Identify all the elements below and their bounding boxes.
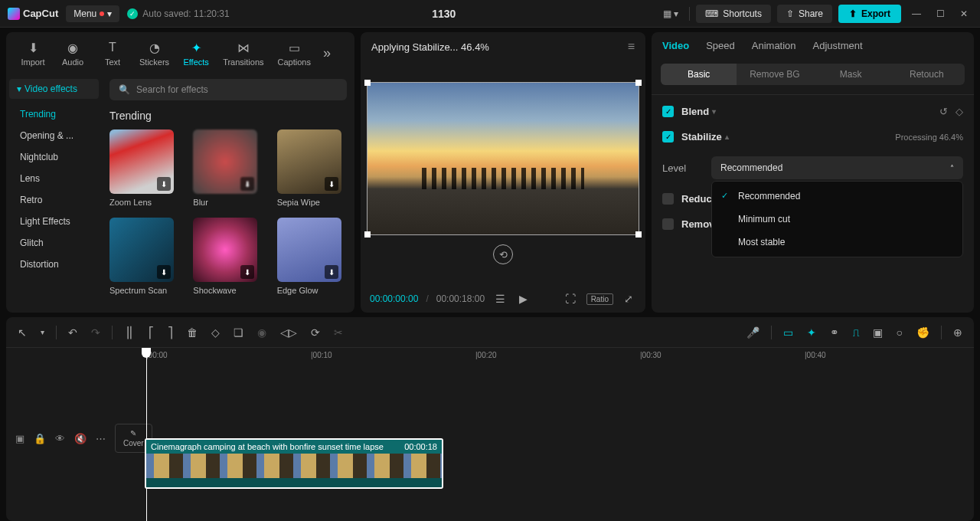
swap-view-icon[interactable]: ⟲ [493,244,513,264]
resize-handle-tr[interactable] [635,80,642,86]
shortcuts-button[interactable]: ⌨Shortcuts [696,5,771,23]
remove-checkbox[interactable] [662,218,674,230]
level-option-most-stable[interactable]: Most stable [712,231,962,254]
level-select[interactable]: Recommended ˄ ✓RecommendedMinimum cutMos… [711,156,963,179]
media-tab-import[interactable]: ⬇Import [14,37,52,70]
reduce-checkbox[interactable] [662,193,674,205]
inspector-subtab-mask[interactable]: Mask [813,64,889,85]
inspector-subtab-remove-bg[interactable]: Remove BG [737,64,812,85]
mirror-tool[interactable]: ◁▷ [278,324,299,341]
compare-icon[interactable]: ☰ [492,291,508,306]
track-menu-icon[interactable]: ▣ [15,433,24,444]
layout-button[interactable]: ▦ ▾ [658,5,683,22]
canvas-frame[interactable] [367,82,639,235]
chevron-down-icon: ▾ [107,8,112,19]
link-tool[interactable]: ⚭ [828,324,841,341]
category-retro[interactable]: Retro [9,189,99,211]
undo-button[interactable]: ↶ [66,324,80,341]
reset-icon[interactable]: ↺ [939,106,948,117]
inspector-subtab-retouch[interactable]: Retouch [889,64,965,85]
more-tabs-icon[interactable]: » [318,37,335,70]
video-clip[interactable]: Cinemagraph camping at beach with bonfir… [145,438,443,489]
audio-icon: ◉ [65,40,80,55]
snap-tool[interactable]: ✦ [805,324,818,341]
export-button[interactable]: ⬆Export [838,5,901,23]
category-trending[interactable]: Trending [9,103,99,125]
share-button[interactable]: ⇧Share [777,5,832,23]
inspector-tab-video[interactable]: Video [662,40,689,54]
tab-label: Captions [278,57,311,67]
crop-icon[interactable]: ⛶ [562,291,579,306]
fullscreen-icon[interactable]: ⤢ [621,291,636,306]
menu-button[interactable]: Menu ▾ [66,5,119,22]
inspector-subtab-basic[interactable]: Basic [661,64,737,85]
split-tool[interactable]: ⎥⎢ [122,324,137,341]
crop-tool[interactable]: ✂ [332,324,345,341]
effects-search-input[interactable]: 🔍Search for effects [109,79,347,100]
tool-dropdown-icon[interactable]: ▾ [38,326,47,339]
hand-tool[interactable]: ✊ [914,324,932,341]
search-icon: 🔍 [119,84,130,95]
preview-menu-icon[interactable]: ≡ [628,40,635,54]
lock-icon[interactable]: 🔒 [34,433,46,444]
preview-canvas[interactable]: ⟲ [361,61,645,285]
media-tab-transitions[interactable]: ⋈Transitions [217,37,270,70]
playhead[interactable] [146,348,147,521]
category-lens[interactable]: Lens [9,168,99,189]
align-tool[interactable]: ⎍ [851,324,861,341]
effect-shockwave[interactable]: ⬇Shockwave [193,218,263,295]
media-tab-effects[interactable]: ✦Effects [177,37,215,70]
preview-tool[interactable]: ▣ [871,324,885,341]
duplicate-tool[interactable]: ❏ [231,324,246,341]
zoom-fit-icon[interactable]: ⊕ [951,324,965,341]
effect-sepia-wipe[interactable]: ⬇Sepia Wipe [277,129,347,207]
effect-edge-glow[interactable]: ⬇Edge Glow [277,218,347,295]
level-option-recommended[interactable]: ✓Recommended [712,185,962,208]
category-distortion[interactable]: Distortion [9,254,99,275]
redo-button[interactable]: ↷ [89,324,103,341]
ratio-button[interactable]: Ratio [586,293,613,305]
category-opening-[interactable]: Opening & ... [9,125,99,146]
effects-side-header[interactable]: ▾Video effects [9,79,99,99]
category-nightclub[interactable]: Nightclub [9,146,99,168]
timeline-ruler[interactable]: |00:00|00:10|00:20|00:30|00:40 [140,348,974,366]
circle-tool[interactable]: ○ [894,324,905,341]
level-option-minimum-cut[interactable]: Minimum cut [712,208,962,231]
mic-icon[interactable]: 🎤 [744,324,762,341]
stabilize-checkbox[interactable]: ✓ [662,131,674,143]
trim-left-tool[interactable]: ⎡ [146,324,156,341]
close-button[interactable]: ✕ [956,5,972,22]
magnet-tool[interactable]: ▭ [781,324,795,341]
category-light-effects[interactable]: Light Effects [9,211,99,232]
effect-zoom-lens[interactable]: ⬇Zoom Lens [109,129,179,207]
mute-icon[interactable]: 🔇 [74,433,87,444]
blend-checkbox[interactable]: ✓ [662,106,674,117]
timeline-panel: ↖ ▾ ↶ ↷ ⎥⎢ ⎡ ⎤ 🗑 ◇ ❏ ◉ ◁▷ ⟳ ✂ 🎤 ▭ ✦ ⚭ ⎍ … [6,317,974,521]
more-icon[interactable]: ⋯ [96,433,106,444]
media-tab-stickers[interactable]: ◔Stickers [133,37,175,70]
visibility-icon[interactable]: 👁 [55,433,65,444]
minimize-button[interactable]: — [907,5,926,22]
timeline-canvas[interactable]: |00:00|00:10|00:20|00:30|00:40 Cinemagra… [140,348,974,521]
pointer-tool[interactable]: ↖ [15,324,29,341]
marker-tool[interactable]: ◇ [209,324,222,341]
inspector-tab-animation[interactable]: Animation [752,40,796,54]
resize-handle-br[interactable] [635,231,642,238]
resize-handle-tl[interactable] [364,80,371,86]
media-tab-text[interactable]: TText [93,37,132,70]
keyframe-icon[interactable]: ◇ [956,106,963,117]
inspector-tab-speed[interactable]: Speed [706,40,735,54]
resize-handle-bl[interactable] [364,231,371,238]
inspector-tab-adjustment[interactable]: Adjustment [813,40,863,54]
effect-spectrum-scan[interactable]: ⬇Spectrum Scan [109,218,179,295]
category-glitch[interactable]: Glitch [9,232,99,254]
rotate-tool[interactable]: ⟳ [309,324,322,341]
play-button[interactable]: ▶ [516,291,531,306]
effect-blur[interactable]: ⬇Blur [193,129,263,207]
maximize-button[interactable]: ☐ [932,5,949,22]
media-tab-captions[interactable]: ▭Captions [272,37,317,70]
media-tab-audio[interactable]: ◉Audio [54,37,92,70]
record-tool[interactable]: ◉ [255,324,269,341]
trim-right-tool[interactable]: ⎤ [165,324,175,341]
delete-tool[interactable]: 🗑 [185,324,200,341]
